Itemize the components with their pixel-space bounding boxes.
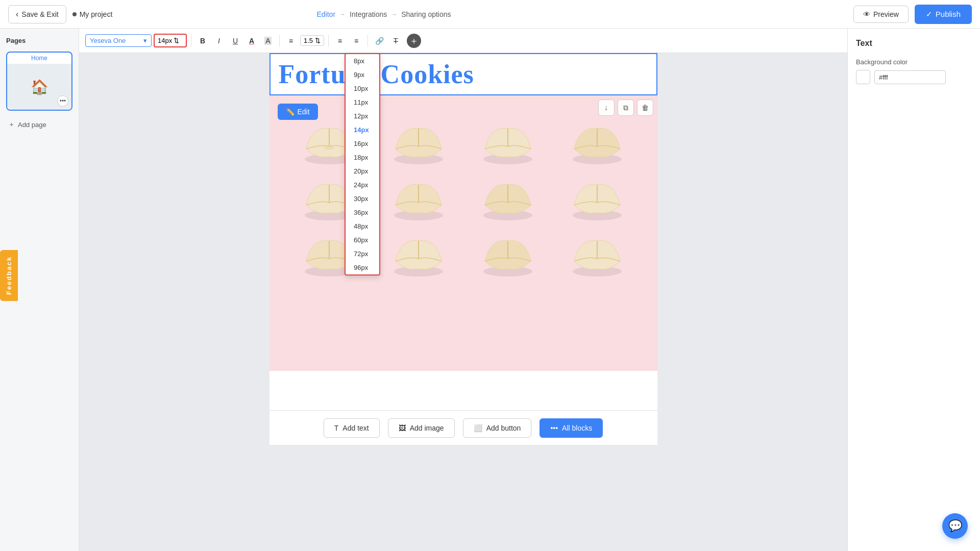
- chevron-updown-icon-2: ⇅: [315, 37, 321, 44]
- pages-title: Pages: [6, 37, 72, 44]
- add-button-button[interactable]: ⬜ Add button: [463, 418, 532, 438]
- toolbar-separator-2: [279, 35, 280, 47]
- svg-point-1: [324, 145, 334, 150]
- line-height-control[interactable]: 1.5 ⇅: [300, 35, 324, 46]
- cookie-4: [558, 121, 637, 167]
- preview-button[interactable]: 👁 Preview: [853, 6, 909, 23]
- font-size-option[interactable]: 10px: [346, 82, 379, 95]
- font-family-select[interactable]: Yeseva One ▾: [85, 34, 152, 47]
- font-size-select[interactable]: 14px ⇅: [154, 34, 187, 47]
- image-block: ✏️ Edit ↓ ⧉ 🗑: [270, 95, 657, 371]
- cookies-grid: [290, 111, 637, 289]
- sharing-nav-link[interactable]: Sharing options: [401, 10, 451, 18]
- link-button[interactable]: 🔗: [372, 34, 386, 48]
- chat-button[interactable]: 💬: [942, 513, 968, 539]
- font-size-option[interactable]: 11px: [346, 95, 379, 109]
- highlight-button[interactable]: A: [261, 34, 275, 48]
- right-panel: Text Background color: [847, 29, 980, 551]
- font-color-button[interactable]: A: [244, 34, 259, 48]
- delete-button[interactable]: 🗑: [637, 99, 653, 116]
- font-size-option[interactable]: 24px: [346, 178, 379, 192]
- font-size-option[interactable]: 8px: [346, 54, 379, 68]
- plus-icon: ＋: [8, 120, 15, 129]
- panel-title: Text: [856, 39, 972, 48]
- chat-icon: 💬: [948, 519, 962, 533]
- block-actions: ↓ ⧉ 🗑: [598, 99, 653, 116]
- font-size-option[interactable]: 18px: [346, 151, 379, 164]
- font-size-option[interactable]: 9px: [346, 68, 379, 82]
- font-size-option[interactable]: 12px: [346, 109, 379, 123]
- formatting-toolbar: Yeseva One ▾ 14px ⇅ B I U A A ≡ 1.5 ⇅: [79, 29, 847, 53]
- home-page-label: Home: [7, 53, 71, 64]
- cookie-11: [469, 233, 548, 279]
- toolbar-separator-4: [368, 35, 368, 47]
- home-icon: 🏠: [31, 79, 48, 95]
- cookie-12: [558, 233, 637, 279]
- font-size-option[interactable]: 96px: [346, 261, 379, 274]
- canvas-area: Fortune Cookies ✏️ Edit ↓ ⧉ 🗑: [79, 53, 847, 551]
- edit-block-button[interactable]: ✏️ Edit: [278, 104, 318, 120]
- button-icon: ⬜: [474, 424, 482, 432]
- pencil-icon: ✏️: [286, 108, 295, 116]
- cookie-7: [469, 177, 548, 223]
- nav-arrow-1: →: [339, 11, 346, 18]
- bold-button[interactable]: B: [195, 34, 210, 48]
- eye-icon: 👁: [863, 10, 870, 18]
- color-swatch[interactable]: [856, 70, 870, 84]
- integrations-nav-link[interactable]: Integrations: [350, 10, 387, 18]
- font-size-option[interactable]: 48px: [346, 219, 379, 233]
- nav-center: Editor → Integrations → Sharing options: [317, 10, 451, 18]
- editor-nav-link[interactable]: Editor: [317, 10, 336, 18]
- underline-button[interactable]: U: [228, 34, 242, 48]
- add-image-button[interactable]: 🖼 Add image: [388, 418, 455, 438]
- center-editor: Yeseva One ▾ 14px ⇅ B I U A A ≡ 1.5 ⇅: [79, 29, 847, 551]
- unordered-list-button[interactable]: ≡: [349, 34, 363, 48]
- project-name: My project: [72, 10, 113, 18]
- chevron-down-icon: ▾: [143, 37, 147, 44]
- all-blocks-button[interactable]: ••• All blocks: [540, 418, 603, 438]
- nav-right: 👁 Preview ✓ Publish: [853, 5, 972, 24]
- toolbar-separator-1: [191, 35, 191, 47]
- home-page-card[interactable]: Home 🏠 •••: [6, 52, 72, 111]
- image-icon: 🖼: [399, 424, 406, 432]
- move-down-button[interactable]: ↓: [598, 99, 615, 116]
- cookie-3: [469, 121, 548, 167]
- duplicate-button[interactable]: ⧉: [618, 99, 634, 116]
- add-page-button[interactable]: ＋ Add page: [6, 118, 72, 131]
- page-canvas: Fortune Cookies ✏️ Edit ↓ ⧉ 🗑: [270, 53, 657, 410]
- ordered-list-button[interactable]: ≡: [333, 34, 347, 48]
- italic-button[interactable]: I: [212, 34, 226, 48]
- font-size-option[interactable]: 20px: [346, 164, 379, 178]
- page-more-button[interactable]: •••: [57, 95, 68, 107]
- font-size-option[interactable]: 72px: [346, 247, 379, 261]
- bg-color-label: Background color: [856, 58, 972, 66]
- main-layout: Pages Home 🏠 ••• ＋ Add page 💡 How to Yes…: [0, 29, 980, 551]
- page-title: Fortune Cookies: [279, 59, 648, 89]
- chevron-updown-icon: ⇅: [174, 37, 179, 44]
- feedback-tab[interactable]: Feedback: [0, 250, 18, 301]
- font-size-dropdown: 8px9px10px11px12px14px16px18px20px24px30…: [345, 53, 380, 276]
- color-input[interactable]: [874, 70, 946, 84]
- feedback-label: Feedback: [0, 250, 18, 301]
- font-size-option[interactable]: 30px: [346, 192, 379, 206]
- cookie-8: [558, 177, 637, 223]
- nav-arrow-2: →: [391, 11, 397, 18]
- save-exit-button[interactable]: Save & Exit: [8, 5, 66, 23]
- cookie-6: [379, 177, 458, 223]
- add-text-button[interactable]: T Add text: [324, 418, 380, 438]
- clear-format-button[interactable]: T̶: [388, 34, 403, 48]
- project-dot: [72, 12, 77, 16]
- font-size-option[interactable]: 14px: [346, 123, 379, 137]
- cookie-10: [379, 233, 458, 279]
- toolbar-separator-3: [328, 35, 329, 47]
- align-button[interactable]: ≡: [284, 34, 298, 48]
- font-size-option[interactable]: 16px: [346, 137, 379, 151]
- publish-button[interactable]: ✓ Publish: [915, 5, 972, 24]
- bottom-toolbar: T Add text 🖼 Add image ⬜ Add button ••• …: [270, 410, 657, 445]
- add-block-button[interactable]: ＋: [407, 34, 421, 48]
- text-icon: T: [334, 424, 339, 432]
- title-block[interactable]: Fortune Cookies: [270, 53, 657, 95]
- font-size-option[interactable]: 36px: [346, 206, 379, 219]
- font-size-option[interactable]: 60px: [346, 233, 379, 247]
- check-icon: ✓: [926, 10, 933, 19]
